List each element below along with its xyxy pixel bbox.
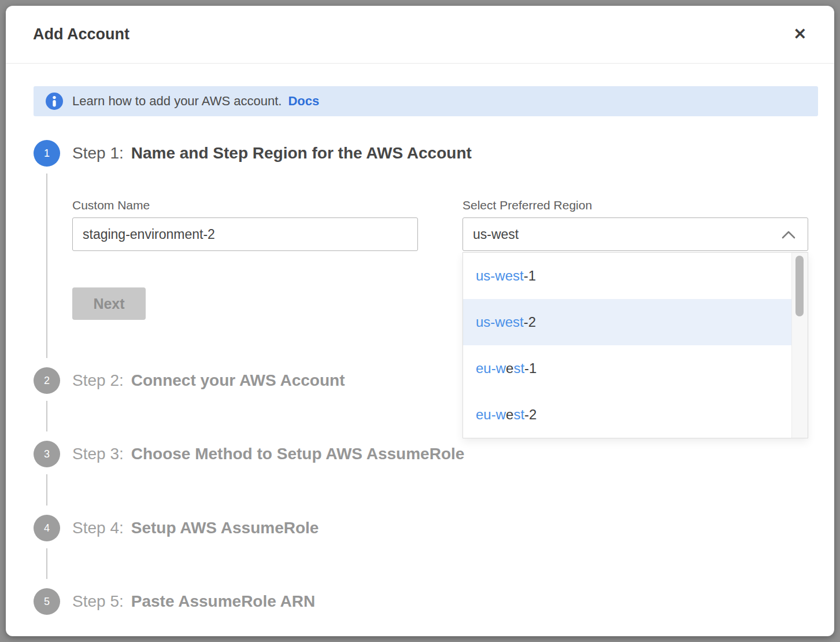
step-heading-1: Step 1:Name and Step Region for the AWS … bbox=[72, 140, 818, 167]
region-option-eu-west-1[interactable]: eu-west-1 bbox=[463, 345, 791, 392]
step-rail-5: 5 bbox=[34, 588, 60, 629]
option-text: -1 bbox=[524, 268, 536, 284]
next-button[interactable]: Next bbox=[72, 287, 146, 320]
region-select: us-west-1 us-west-2 eu-west-1 bbox=[462, 217, 808, 251]
step-heading-5: Step 5:Paste AssumeRole ARN bbox=[72, 588, 818, 615]
step-prefix: Step 5: bbox=[72, 592, 124, 610]
region-options-list: us-west-1 us-west-2 eu-west-1 bbox=[463, 253, 791, 438]
option-text: -2 bbox=[524, 407, 536, 423]
step-title: Paste AssumeRole ARN bbox=[131, 592, 315, 610]
step-heading-3: Step 3:Choose Method to Setup AWS Assume… bbox=[72, 441, 818, 467]
step-row-5: 5 Step 5:Paste AssumeRole ARN bbox=[34, 588, 818, 629]
step-title: Connect your AWS Account bbox=[131, 371, 345, 389]
step-prefix: Step 1: bbox=[72, 144, 124, 162]
step-content-5: Step 5:Paste AssumeRole ARN bbox=[72, 588, 818, 629]
steps-wizard: 1 Step 1:Name and Step Region for the AW… bbox=[34, 140, 818, 629]
step-content-1: Step 1:Name and Step Region for the AWS … bbox=[72, 140, 818, 367]
step-number-badge-3: 3 bbox=[34, 441, 60, 467]
info-banner: Learn how to add your AWS account. Docs bbox=[34, 86, 818, 116]
modal-header: Add Account ✕ bbox=[6, 6, 834, 64]
option-text-match: us-west bbox=[476, 268, 524, 284]
region-option-us-west-1[interactable]: us-west-1 bbox=[463, 253, 791, 299]
region-search-input[interactable] bbox=[462, 217, 808, 251]
step-rail-2: 2 bbox=[34, 367, 60, 441]
step-prefix: Step 3: bbox=[72, 445, 124, 463]
info-icon bbox=[46, 93, 63, 110]
step-content-4: Step 4:Setup AWS AssumeRole bbox=[72, 515, 818, 588]
step-row-3: 3 Step 3:Choose Method to Setup AWS Assu… bbox=[34, 441, 818, 515]
option-text: -2 bbox=[524, 314, 536, 330]
step-rail-4: 4 bbox=[34, 515, 60, 588]
step-row-1: 1 Step 1:Name and Step Region for the AW… bbox=[34, 140, 818, 367]
chevron-up-icon[interactable] bbox=[782, 230, 795, 239]
region-dropdown: us-west-1 us-west-2 eu-west-1 bbox=[462, 252, 808, 438]
option-text-match: eu-w bbox=[476, 407, 506, 423]
custom-name-column: Custom Name Next bbox=[72, 198, 418, 320]
option-text-match: eu-w bbox=[476, 360, 506, 377]
step-prefix: Step 4: bbox=[72, 519, 124, 537]
step-connector-line bbox=[46, 474, 47, 506]
step-number-badge-5: 5 bbox=[34, 588, 60, 615]
close-button[interactable]: ✕ bbox=[791, 24, 809, 45]
option-text: -1 bbox=[524, 360, 536, 377]
step-rail-1: 1 bbox=[34, 140, 60, 367]
step-heading-4: Step 4:Setup AWS AssumeRole bbox=[72, 515, 818, 541]
option-text: e bbox=[506, 360, 513, 377]
modal-body: Learn how to add your AWS account. Docs … bbox=[6, 64, 834, 629]
step-prefix: Step 2: bbox=[72, 371, 124, 389]
step-title: Name and Step Region for the AWS Account bbox=[131, 144, 472, 162]
step-connector-line bbox=[46, 401, 47, 431]
step-content-3: Step 3:Choose Method to Setup AWS Assume… bbox=[72, 441, 818, 515]
close-icon: ✕ bbox=[793, 25, 806, 43]
banner-text: Learn how to add your AWS account. bbox=[72, 94, 282, 109]
dropdown-scrollbar-track[interactable] bbox=[791, 253, 808, 438]
step1-form: Custom Name Next Select Preferred Region bbox=[72, 198, 818, 320]
custom-name-input[interactable] bbox=[72, 217, 418, 251]
step-title: Setup AWS AssumeRole bbox=[131, 519, 319, 537]
option-text-match: us-west bbox=[476, 314, 524, 330]
dropdown-scrollbar-thumb[interactable] bbox=[795, 256, 804, 316]
region-column: Select Preferred Region bbox=[462, 198, 808, 320]
step-rail-3: 3 bbox=[34, 441, 60, 515]
option-text: e bbox=[506, 407, 513, 423]
docs-link[interactable]: Docs bbox=[288, 94, 319, 109]
step-connector-line bbox=[46, 174, 47, 358]
step-number-badge-2: 2 bbox=[34, 367, 60, 394]
add-account-modal: Add Account ✕ Learn how to add your AWS … bbox=[6, 6, 834, 636]
step-row-4: 4 Step 4:Setup AWS AssumeRole bbox=[34, 515, 818, 588]
step-connector-line bbox=[46, 548, 47, 579]
option-text-match: st bbox=[513, 407, 524, 423]
step-title: Choose Method to Setup AWS AssumeRole bbox=[131, 445, 465, 463]
region-label: Select Preferred Region bbox=[462, 198, 808, 212]
region-option-eu-west-2[interactable]: eu-west-2 bbox=[463, 392, 791, 438]
modal-title: Add Account bbox=[33, 25, 129, 43]
step-number-badge-4: 4 bbox=[34, 515, 60, 541]
step-number-badge-1: 1 bbox=[34, 140, 60, 167]
region-option-us-west-2[interactable]: us-west-2 bbox=[463, 299, 791, 345]
option-text-match: st bbox=[513, 360, 524, 377]
custom-name-label: Custom Name bbox=[72, 198, 418, 212]
